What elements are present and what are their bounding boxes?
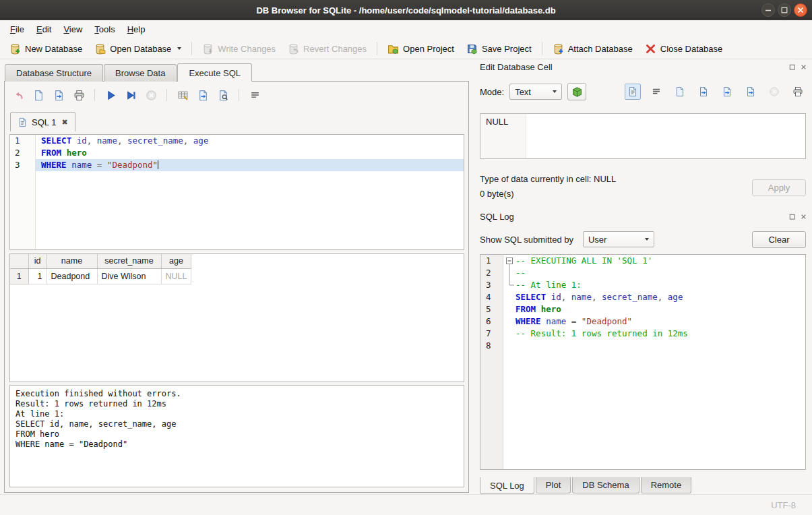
log-line: 3-- At line 1: [480,279,805,291]
log-filter-row: Show SQL submitted by User Clear [480,230,806,249]
column-header-id[interactable]: id [28,254,46,268]
export-cell-icon[interactable] [743,84,759,100]
attach-database-icon [553,43,564,55]
encoding-label: UTF-8 [771,500,796,510]
copy-cell-icon[interactable] [672,84,688,100]
titlebar[interactable]: DB Browser for SQLite - /home/user/code/… [0,0,812,20]
message-line: Result: 1 rows returned in 12ms [15,399,458,409]
toolbar-separator [191,42,192,55]
float-icon[interactable] [787,212,797,222]
open-sql-file-icon[interactable] [32,88,45,102]
right-pane: Edit Database Cell Mode: Text NULL Type … [474,59,812,494]
print-icon[interactable] [72,88,86,102]
toolbar-separator [377,42,377,55]
new-sql-tab-icon[interactable] [11,88,25,102]
save-cell-icon[interactable] [695,84,712,100]
sql-editor[interactable]: 1SELECT id, name, secret_name, age2FROM … [9,134,464,250]
line-number: 1 [10,135,36,147]
apply-button[interactable]: Apply [752,179,806,196]
close-tab-icon[interactable]: ✖ [61,118,67,127]
cell-content-area: NULL [480,114,526,158]
toolbar-label: Close Database [660,44,723,54]
menu-tools[interactable]: Tools [88,20,121,38]
main-toolbar: New DatabaseOpen DatabaseWrite ChangesRe… [0,38,812,59]
fold-marker[interactable] [503,255,516,267]
column-header-age[interactable]: age [161,254,191,268]
fold-marker [503,328,516,340]
close-window-button[interactable] [794,3,807,17]
maximize-button[interactable] [778,3,791,17]
new-database-button[interactable]: New Database [4,41,88,57]
message-line: WHERE name = "Deadpond" [15,440,458,450]
log-filter-select[interactable]: User [583,231,654,247]
bottom-tab-bar: SQL LogPlotDB SchemaRemote [480,477,693,494]
close-icon[interactable] [799,63,808,72]
sql-tab[interactable]: SQL 1 ✖ [10,112,75,131]
sql-log-title: SQL Log [480,212,514,222]
chevron-down-icon [553,90,557,93]
results-table: idnamesecret_nameage11DeadpondDive Wilso… [10,254,199,284]
save-project-button[interactable]: Save Project [461,41,537,57]
line-number: 6 [480,315,503,328]
filter-value: User [588,235,606,245]
attach-database-button[interactable]: Attach Database [547,41,638,57]
menu-file[interactable]: File [4,20,30,38]
code-text: SELECT id, name, secret_name, age [36,135,464,147]
save-sql-file-icon[interactable] [52,88,65,102]
chevron-down-icon [645,238,649,241]
find-replace-icon[interactable] [216,88,230,102]
close-database-button[interactable]: Close Database [639,41,728,57]
editor-line: 2FROM hero [10,147,464,159]
toolbar-separator [94,89,95,101]
line-number: 1 [480,255,503,267]
statusbar: UTF-8 [0,494,812,515]
bottom-tab-sql-log[interactable]: SQL Log [480,477,534,494]
text-view-icon[interactable] [625,84,641,100]
editor-line: 3WHERE name = "Deadpond" [10,159,464,171]
log-line: 1-- EXECUTING ALL IN 'SQL 1' [480,255,805,267]
cell-value[interactable]: NULL [161,268,191,284]
column-header-secret-name[interactable]: secret_name [97,254,161,268]
edit-results-icon[interactable] [176,88,189,102]
save-results-icon[interactable] [196,88,210,102]
tab-browse-data[interactable]: Browse Data [104,64,177,82]
print-cell-icon[interactable] [790,84,806,100]
table-row: 11DeadpondDive WilsonNULL [10,268,199,284]
execute-line-icon[interactable] [124,88,137,102]
sql-log-view[interactable]: 1-- EXECUTING ALL IN 'SQL 1'2--3-- At li… [480,254,806,470]
dropdown-caret-icon[interactable] [177,47,181,50]
row-number[interactable]: 1 [10,268,28,284]
close-icon[interactable] [799,212,808,222]
code-text: SELECT id, name, secret_name, age [516,291,805,303]
open-database-button[interactable]: Open Database [89,41,187,57]
column-header-name[interactable]: name [46,254,97,268]
tab-execute-sql[interactable]: Execute SQL [177,63,252,82]
cell-value[interactable]: Deadpond [46,268,97,284]
execute-sql-panel: SQL 1 ✖ 1SELECT id, name, secret_name, a… [4,81,469,493]
menu-edit[interactable]: Edit [30,20,57,38]
bottom-tab-remote[interactable]: Remote [641,477,692,493]
bottom-tab-plot[interactable]: Plot [536,477,571,493]
import-data-button[interactable] [567,83,586,100]
toolbar-label: New Database [25,44,82,54]
menu-view[interactable]: View [57,20,88,38]
cell-value[interactable]: 1 [28,268,46,284]
float-icon[interactable] [787,63,797,72]
cell-editor[interactable]: NULL [480,113,806,159]
code-text: -- [516,267,805,279]
cell-content: NULL [486,117,508,127]
mode-select[interactable]: Text [509,84,562,100]
execute-all-icon[interactable] [104,88,117,102]
word-wrap-icon[interactable] [248,88,261,102]
word-wrap-icon[interactable] [648,84,664,100]
minimize-button[interactable] [761,3,775,17]
import-cell-icon[interactable] [719,84,735,100]
clear-button[interactable]: Clear [752,231,806,248]
results-grid: idnamesecret_nameage11DeadpondDive Wilso… [9,253,464,382]
open-project-button[interactable]: Open Project [382,41,460,57]
menu-help[interactable]: Help [121,20,152,38]
open-database-icon [94,43,106,55]
cell-value[interactable]: Dive Wilson [97,268,161,284]
tab-database-structure[interactable]: Database Structure [5,64,103,82]
bottom-tab-db-schema[interactable]: DB Schema [572,477,639,493]
